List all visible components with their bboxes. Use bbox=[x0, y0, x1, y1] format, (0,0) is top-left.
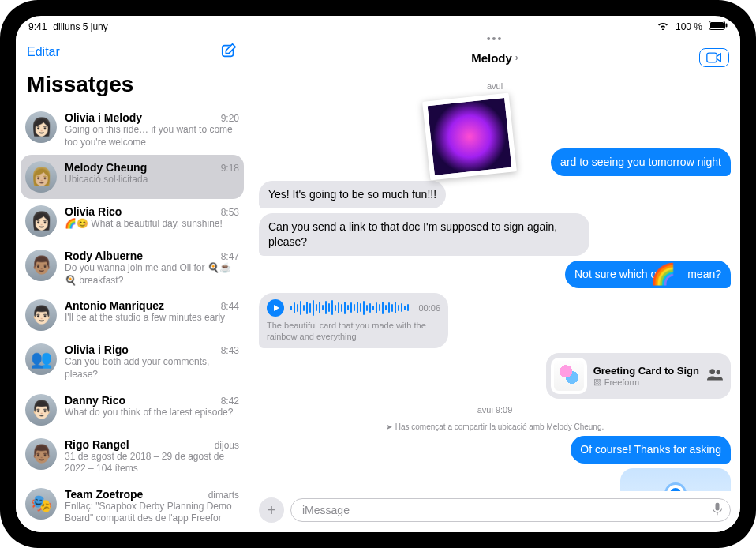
conversation-item[interactable]: 👩🏻 Olivia Rico 8:53 🌈😊 What a beautiful … bbox=[16, 199, 249, 243]
status-bar: 9:41 dilluns 5 juny 100 % bbox=[16, 16, 740, 34]
avatar: 🎭 bbox=[25, 488, 57, 520]
conversation-preview: 🌈😊 What a beautiful day, sunshine! bbox=[65, 218, 239, 231]
wifi-icon bbox=[657, 21, 669, 32]
received-bubble[interactable]: Can you send a link to that doc I'm supp… bbox=[259, 213, 589, 256]
avatar: 👩🏼 bbox=[25, 161, 57, 193]
conversation-time: 9:20 bbox=[221, 113, 239, 124]
conversation-item[interactable]: 👨🏽 Rody Albuerne 8:47 Do you wanna join … bbox=[16, 243, 249, 293]
svg-point-6 bbox=[717, 370, 720, 374]
sent-bubble[interactable]: Not sure which one mean? bbox=[565, 261, 731, 288]
conversation-name: Rody Albuerne bbox=[65, 250, 143, 262]
conversation-preview: I'll be at the studio a few minutes earl… bbox=[65, 312, 239, 325]
conversation-time: 8:43 bbox=[221, 345, 239, 356]
conversation-item[interactable]: 👥 Olivia i Rigo 8:43 Can you both add yo… bbox=[16, 337, 249, 387]
received-bubble[interactable]: Yes! It's going to be so much fun!!! bbox=[259, 181, 446, 208]
sidebar: Editar Missatges 👩🏻 Olivia i Melody 9:20 bbox=[16, 34, 249, 532]
conversation-name: Antonio Manriquez bbox=[65, 299, 164, 312]
avatar: 👩🏻 bbox=[25, 205, 57, 237]
input-placeholder: iMessage bbox=[302, 504, 350, 516]
sidebar-title: Missatges bbox=[16, 66, 249, 105]
attachment-card[interactable]: Greeting Card to Sign ▧ Freeform bbox=[546, 353, 731, 399]
location-dot-icon bbox=[667, 485, 684, 491]
status-time: 9:41 bbox=[28, 21, 47, 32]
play-button[interactable] bbox=[267, 299, 284, 317]
date-label: avui bbox=[259, 81, 731, 91]
conversation-preview: Enllaç: "Soapbox Derby Planning Demo Boa… bbox=[65, 501, 239, 525]
conversation-name: Melody Cheung bbox=[65, 161, 147, 174]
conversation-main: ••• Melody › avui ard to seei bbox=[249, 34, 740, 532]
shared-with-icon[interactable] bbox=[707, 368, 723, 384]
conversation-time: 8:53 bbox=[221, 207, 239, 218]
message-link[interactable]: tomorrow night bbox=[648, 156, 721, 168]
conversation-time: 9:18 bbox=[221, 163, 239, 174]
window-handle-icon[interactable]: ••• bbox=[487, 34, 503, 45]
conversation-name: Team Zoetrope bbox=[65, 488, 143, 501]
attachment-subtitle: ▧ Freeform bbox=[593, 377, 699, 387]
system-message: ➤ Has començat a compartir la ubicació a… bbox=[259, 422, 731, 431]
conversation-preview: Ubicació sol·licitada bbox=[65, 174, 239, 186]
conversation-preview: What do you think of the latest episode? bbox=[65, 407, 239, 419]
conversation-time: 8:47 bbox=[221, 251, 239, 262]
freeform-icon: ▧ bbox=[593, 377, 601, 387]
conversation-time: dimarts bbox=[208, 490, 239, 501]
avatar: 👨🏽 bbox=[25, 250, 57, 281]
svg-rect-4 bbox=[707, 53, 717, 62]
conversation-name: Olivia i Melody bbox=[65, 111, 142, 124]
message-composer: + iMessage bbox=[249, 491, 740, 532]
message-input[interactable]: iMessage bbox=[290, 498, 731, 522]
conversation-item[interactable]: 👨🏻 Antonio Manriquez 8:44 I'll be at the… bbox=[16, 293, 249, 337]
battery-icon bbox=[709, 21, 728, 32]
message-text: ard to seeing you bbox=[560, 156, 648, 168]
message-thread[interactable]: avui ard to seeing you tomorrow night Ye… bbox=[249, 75, 740, 491]
conversation-preview: Going on this ride… if you want to come … bbox=[65, 124, 239, 148]
message-text: mean? bbox=[684, 268, 721, 280]
contact-name: Melody bbox=[471, 51, 512, 65]
conversation-name: Danny Rico bbox=[65, 394, 125, 407]
conversation-name: Rigo Rangel bbox=[65, 438, 129, 451]
conversation-time: 8:42 bbox=[221, 396, 239, 407]
attachment-title: Greeting Card to Sign bbox=[593, 365, 699, 377]
add-attachment-button[interactable]: + bbox=[259, 497, 284, 523]
chevron-right-icon: › bbox=[515, 52, 518, 63]
avatar: 👩🏻 bbox=[25, 111, 57, 143]
conversation-title[interactable]: Melody › bbox=[471, 51, 518, 65]
conversation-time: 8:44 bbox=[221, 301, 239, 312]
conversation-item[interactable]: 👨🏻 Danny Rico 8:42 What do you think of … bbox=[16, 388, 249, 432]
edit-button[interactable]: Editar bbox=[27, 45, 60, 59]
conversation-item[interactable]: 🎭 Team Zoetrope dimarts Enllaç: "Soapbox… bbox=[16, 482, 249, 531]
conversation-name: Olivia Rico bbox=[65, 205, 122, 218]
conversation-preview: Can you both add your comments, please? bbox=[65, 356, 239, 381]
conversation-item[interactable]: 👩🏼 Melody Cheung 9:18 Ubicació sol·licit… bbox=[21, 155, 244, 199]
mic-icon[interactable] bbox=[713, 503, 722, 518]
location-arrow-icon: ➤ bbox=[386, 422, 392, 431]
video-call-button[interactable] bbox=[699, 48, 729, 67]
voice-duration: 00:06 bbox=[418, 303, 440, 313]
timestamp: avui 9:09 bbox=[259, 405, 731, 415]
voice-message[interactable]: 00:06 The beautiful card that you made w… bbox=[259, 293, 448, 349]
message-text: Not sure which one bbox=[574, 268, 669, 280]
battery-text: 100 % bbox=[676, 21, 702, 32]
conversation-time: dijous bbox=[215, 440, 239, 451]
avatar: 👨🏻 bbox=[25, 299, 57, 331]
conversation-preview: 31 de agost de 2018 – 29 de agost de 202… bbox=[65, 451, 239, 475]
conversation-list[interactable]: 👩🏻 Olivia i Melody 9:20 Going on this ri… bbox=[16, 105, 249, 532]
waveform[interactable] bbox=[290, 300, 412, 316]
svg-rect-1 bbox=[710, 22, 724, 28]
avatar: 👨🏻 bbox=[25, 394, 57, 426]
avatar: 👥 bbox=[25, 343, 57, 375]
photo-attachment[interactable] bbox=[422, 93, 517, 181]
avatar: 👨🏽 bbox=[25, 438, 57, 470]
attachment-thumbnail bbox=[551, 358, 587, 394]
voice-transcript: The beautiful card that you made with th… bbox=[267, 320, 440, 343]
compose-button[interactable] bbox=[220, 42, 238, 62]
status-date: dilluns 5 juny bbox=[53, 21, 107, 32]
sent-bubble[interactable]: Of course! Thanks for asking bbox=[571, 436, 731, 464]
svg-rect-7 bbox=[716, 503, 720, 511]
conversation-item[interactable]: 👩🏻 Olivia i Melody 9:20 Going on this ri… bbox=[16, 105, 249, 155]
sent-bubble[interactable]: ard to seeing you tomorrow night bbox=[551, 148, 731, 176]
conversation-preview: Do you wanna join me and Oli for 🍳☕🍳 bre… bbox=[65, 262, 239, 287]
svg-point-5 bbox=[709, 369, 715, 374]
location-share-card[interactable]: Sol·licitada bbox=[620, 468, 731, 491]
conversation-item[interactable]: 👨🏽 Rigo Rangel dijous 31 de agost de 201… bbox=[16, 432, 249, 482]
conversation-name: Olivia i Rigo bbox=[65, 343, 129, 356]
